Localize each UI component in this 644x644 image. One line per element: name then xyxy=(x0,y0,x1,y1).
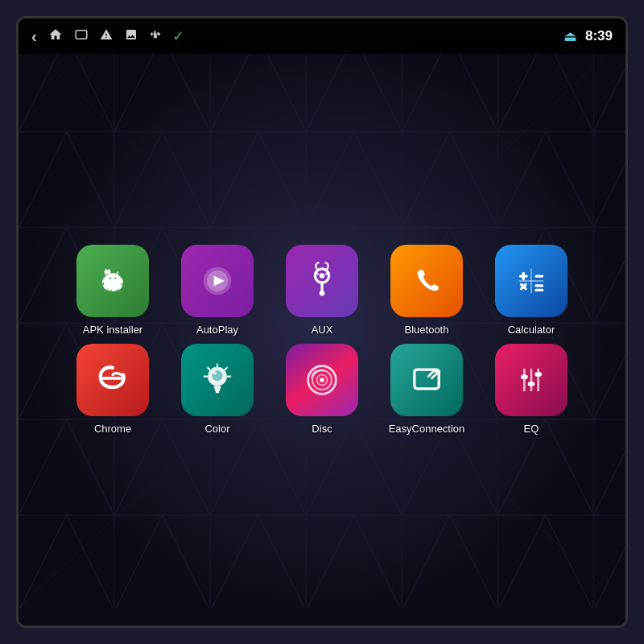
app-icon-easyconnection xyxy=(390,344,463,416)
status-bar: ‹ ✓ ⏏ 8:39 xyxy=(19,19,625,54)
app-eq[interactable]: EQ xyxy=(483,344,580,435)
svg-line-32 xyxy=(326,272,328,274)
svg-point-33 xyxy=(320,273,325,279)
device-frame: ‹ ✓ ⏏ 8:39 xyxy=(16,16,628,628)
svg-rect-44 xyxy=(214,386,221,389)
svg-rect-35 xyxy=(522,272,525,281)
svg-point-57 xyxy=(320,378,324,382)
svg-rect-36 xyxy=(535,275,543,277)
app-label-aux: AUX xyxy=(312,324,333,336)
app-label-chrome: Chrome xyxy=(94,423,131,435)
svg-line-31 xyxy=(316,272,317,274)
svg-line-48 xyxy=(225,368,227,369)
svg-rect-46 xyxy=(216,391,219,393)
svg-rect-65 xyxy=(535,372,542,376)
svg-rect-39 xyxy=(535,284,543,287)
status-left-icons: ‹ ✓ xyxy=(31,27,184,46)
app-label-disc: Disc xyxy=(312,423,332,435)
svg-point-30 xyxy=(320,291,325,296)
app-row-1: APK APK installer xyxy=(64,245,580,336)
svg-rect-24 xyxy=(105,279,121,290)
check-icon: ✓ xyxy=(172,27,184,45)
app-icon-calculator xyxy=(495,245,568,317)
svg-rect-45 xyxy=(215,389,221,391)
eject-icon[interactable]: ⏏ xyxy=(564,27,577,45)
home-icon[interactable] xyxy=(48,27,63,45)
svg-point-18 xyxy=(109,277,111,279)
app-icon-eq xyxy=(495,344,568,416)
app-label-easyconnection: EasyConnection xyxy=(389,423,465,435)
image-icon xyxy=(124,28,138,44)
svg-rect-58 xyxy=(415,369,439,389)
app-label-calculator: Calculator xyxy=(508,324,555,336)
app-icon-autoplay xyxy=(181,245,254,317)
status-right: ⏏ 8:39 xyxy=(564,27,613,45)
svg-line-50 xyxy=(208,368,209,369)
svg-line-21 xyxy=(116,272,118,275)
app-autoplay[interactable]: AutoPlay xyxy=(169,245,266,336)
svg-point-19 xyxy=(114,277,117,279)
svg-rect-40 xyxy=(535,289,543,291)
app-label-apk-installer: APK installer xyxy=(83,324,142,336)
app-label-autoplay: AutoPlay xyxy=(196,324,238,336)
app-icon-chrome xyxy=(76,344,149,416)
app-icon-apk-installer: APK xyxy=(76,245,149,317)
app-apk-installer[interactable]: APK APK installer xyxy=(64,245,161,336)
svg-point-53 xyxy=(213,371,217,374)
app-calculator[interactable]: Calculator xyxy=(483,245,580,336)
app-icon-color xyxy=(181,344,254,416)
app-label-eq: EQ xyxy=(524,423,539,435)
app-icon-disc xyxy=(286,344,358,416)
app-row-2: Chrome xyxy=(64,344,580,435)
svg-rect-11 xyxy=(76,31,87,39)
screen: ‹ ✓ ⏏ 8:39 xyxy=(19,19,625,625)
app-chrome[interactable]: Chrome xyxy=(64,344,161,435)
clock: 8:39 xyxy=(585,28,613,44)
svg-rect-63 xyxy=(528,382,535,386)
app-color[interactable]: Color xyxy=(169,344,266,435)
back-icon[interactable]: ‹ xyxy=(31,27,37,46)
svg-rect-61 xyxy=(521,375,528,379)
app-easyconnection[interactable]: EasyConnection xyxy=(378,344,475,435)
app-icon-aux xyxy=(286,245,358,317)
app-aux[interactable]: AUX xyxy=(274,245,370,336)
app-label-color: Color xyxy=(204,423,229,435)
warning-icon xyxy=(100,28,113,44)
usb-icon xyxy=(150,27,161,45)
app-grid: APK APK installer xyxy=(19,54,625,625)
app-icon-bluetooth xyxy=(390,245,463,317)
app-disc[interactable]: Disc xyxy=(274,344,370,435)
recents-icon[interactable] xyxy=(74,28,89,44)
app-bluetooth[interactable]: Bluetooth xyxy=(378,245,475,336)
app-label-bluetooth: Bluetooth xyxy=(405,324,449,336)
